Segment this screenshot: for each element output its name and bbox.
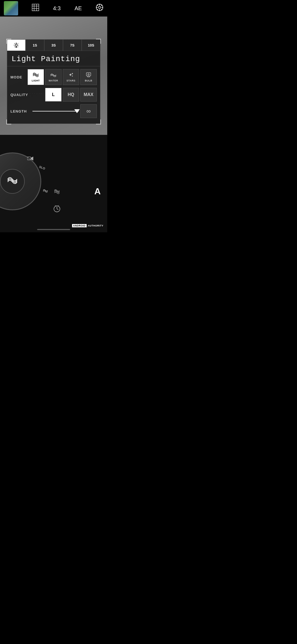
svg-text:✦: ✦	[71, 72, 74, 75]
dial-center-icon	[7, 176, 18, 187]
control-panel: 1S 3S 7S 10S Light Painting MODE · · · ·…	[7, 39, 100, 124]
panel-title: Light Painting	[12, 55, 80, 63]
mode-btn-water-label: WATER	[49, 79, 58, 82]
mode-btn-stars[interactable]: ✦ ✦ ✦ STARS	[63, 69, 79, 85]
mode-btn-bulb-label: BULB	[85, 79, 92, 82]
svg-line-20	[14, 43, 15, 43]
thumbnail[interactable]	[4, 1, 18, 15]
length-slider-track	[32, 111, 79, 111]
settings-title: Light Painting	[7, 51, 100, 66]
svg-point-6	[98, 6, 101, 9]
dial-center-button[interactable]	[0, 169, 25, 194]
mode-dial[interactable]: SLO	[0, 152, 41, 210]
viewfinder: 1S 3S 7S 10S Light Painting MODE · · · ·…	[0, 17, 107, 135]
length-slider-thumb	[74, 109, 80, 113]
length-slider[interactable]	[32, 106, 79, 117]
watermark-authority-text: AUTHORITY	[88, 224, 103, 227]
tab-1s[interactable]: 1S	[26, 39, 44, 51]
mode-label: MODE	[10, 75, 22, 79]
home-bar	[37, 229, 70, 230]
infinity-symbol: ∞	[86, 108, 91, 115]
mode-btn-light[interactable]: LIGHT	[28, 69, 44, 85]
quality-dots: · · · · · · ·	[30, 92, 43, 97]
quality-row: QUALITY · · · · · · · L HQ MAX	[10, 88, 97, 102]
settings-box: Light Painting MODE · · · · ·	[7, 51, 100, 124]
svg-line-21	[18, 47, 18, 47]
mode-row: MODE · · · · · LIGHT	[10, 69, 97, 85]
mode-btn-bulb[interactable]: BULB	[80, 69, 97, 85]
svg-marker-35	[31, 157, 33, 160]
tab-3s[interactable]: 3S	[44, 39, 63, 51]
quality-buttons: L HQ MAX	[45, 88, 97, 102]
dial-label-slo: SLO	[39, 165, 46, 170]
tab-7s[interactable]: 7S	[63, 39, 82, 51]
bracket-bl	[6, 119, 11, 124]
watermark-android-text: ANDROID	[72, 224, 87, 227]
svg-line-40	[58, 205, 59, 206]
svg-line-12	[101, 9, 102, 10]
top-bar: 4:3 AE	[0, 0, 107, 17]
svg-text:✦: ✦	[72, 75, 73, 77]
quality-btn-max[interactable]: MAX	[80, 88, 97, 102]
length-row: LENGTH ∞	[10, 104, 97, 118]
quality-btn-hq[interactable]: HQ	[63, 88, 79, 102]
watermark: ANDROID AUTHORITY	[72, 224, 104, 227]
mode-buttons: LIGHT WATER	[28, 69, 97, 85]
shutter-tabs: 1S 3S 7S 10S	[7, 39, 100, 51]
mode-dial-container: SLO	[0, 152, 41, 210]
mode-btn-stars-label: STARS	[67, 79, 75, 82]
ratio-display[interactable]: 4:3	[53, 5, 61, 12]
dial-label-video	[27, 157, 33, 161]
grid-icon[interactable]	[32, 4, 39, 13]
light-icon-dial	[54, 188, 60, 197]
settings-rows: MODE · · · · · LIGHT	[7, 66, 100, 124]
settings-icon[interactable]	[96, 4, 103, 13]
bottom-area: SLO	[0, 135, 107, 232]
length-label: LENGTH	[10, 109, 32, 113]
timer-icon-dial	[53, 205, 61, 214]
svg-point-18	[15, 44, 17, 46]
svg-line-38	[57, 209, 58, 210]
a-button[interactable]: A	[94, 186, 101, 197]
bracket-tl	[6, 39, 11, 44]
svg-line-11	[97, 5, 98, 6]
svg-line-13	[101, 5, 102, 6]
svg-rect-34	[27, 157, 31, 160]
svg-line-14	[97, 9, 98, 10]
bracket-br	[96, 119, 101, 124]
quality-btn-l[interactable]: L	[45, 88, 62, 102]
infinity-btn[interactable]: ∞	[80, 104, 97, 118]
mode-btn-light-label: LIGHT	[32, 79, 40, 82]
quality-label: QUALITY	[10, 93, 30, 97]
mode-dots: · · · · ·	[22, 71, 25, 83]
svg-line-23	[14, 47, 15, 47]
bracket-tr	[96, 39, 101, 44]
svg-line-22	[18, 43, 18, 43]
svg-line-39	[55, 205, 56, 206]
ae-display[interactable]: AE	[75, 5, 82, 12]
svg-rect-30	[87, 76, 90, 77]
svg-rect-4	[32, 4, 39, 11]
mode-btn-water[interactable]: WATER	[45, 69, 62, 85]
dial-label-light	[43, 188, 48, 194]
